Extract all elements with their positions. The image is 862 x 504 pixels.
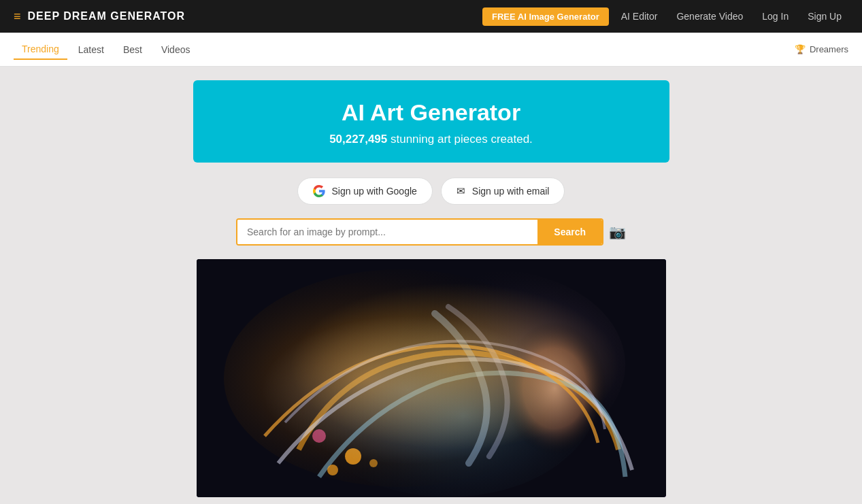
hero-subtitle: 50,227,495 stunning art pieces created.: [207, 133, 656, 146]
hero-art-image: [197, 259, 666, 497]
ai-editor-link[interactable]: AI Editor: [614, 7, 665, 26]
center-area: AI Art Generator 50,227,495 stunning art…: [0, 67, 862, 497]
menu-icon: ≡: [14, 10, 21, 24]
logo-text: DEEP DREAM GENERATOR: [28, 10, 186, 22]
google-icon: [313, 185, 325, 197]
trophy-icon: 🏆: [795, 44, 806, 54]
signup-google-button[interactable]: Sign up with Google: [297, 178, 433, 205]
dreamers-section: 🏆 Dreamers: [795, 44, 848, 54]
sign-up-link[interactable]: Sign Up: [801, 7, 848, 26]
hero-title: AI Art Generator: [207, 99, 656, 126]
subnav: Trending Latest Best Videos 🏆 Dreamers: [0, 33, 862, 67]
tab-videos[interactable]: Videos: [153, 40, 199, 59]
svg-point-3: [299, 293, 598, 497]
search-input[interactable]: [237, 220, 537, 244]
hero-image-container: [197, 259, 666, 497]
hero-art-svg: [197, 259, 666, 497]
free-generator-button[interactable]: FREE AI Image Generator: [482, 7, 609, 26]
log-in-link[interactable]: Log In: [755, 7, 795, 26]
email-icon: ✉: [457, 185, 465, 197]
page-content: AI Art Generator 50,227,495 stunning art…: [0, 67, 862, 504]
hero-image-wrapper: [197, 259, 666, 497]
generate-video-link[interactable]: Generate Video: [669, 7, 750, 26]
art-count: 50,227,495: [329, 133, 387, 146]
search-box: Search: [236, 218, 603, 246]
hero-subtitle-text: stunning art pieces created.: [387, 133, 533, 146]
svg-point-1: [224, 269, 578, 487]
tab-trending[interactable]: Trending: [14, 39, 67, 60]
signup-email-label: Sign up with email: [472, 186, 550, 197]
subnav-links: Trending Latest Best Videos: [14, 39, 198, 60]
navbar-right: FREE AI Image Generator AI Editor Genera…: [482, 7, 848, 26]
svg-point-6: [327, 465, 338, 475]
signup-email-button[interactable]: ✉ Sign up with email: [441, 178, 565, 205]
tab-latest[interactable]: Latest: [70, 40, 112, 59]
signup-google-label: Sign up with Google: [332, 186, 417, 197]
svg-point-4: [462, 293, 612, 484]
navbar-left: ≡ DEEP DREAM GENERATOR: [14, 10, 185, 24]
svg-point-5: [345, 448, 361, 465]
navbar: ≡ DEEP DREAM GENERATOR FREE AI Image Gen…: [0, 0, 862, 33]
svg-point-8: [312, 429, 326, 443]
svg-point-2: [353, 269, 625, 460]
camera-search-button[interactable]: 📷: [609, 224, 626, 240]
hero-banner: AI Art Generator 50,227,495 stunning art…: [193, 80, 669, 163]
search-button[interactable]: Search: [537, 220, 602, 244]
camera-icon: 📷: [609, 224, 626, 240]
signup-area: Sign up with Google ✉ Sign up with email: [297, 178, 565, 205]
tab-best[interactable]: Best: [115, 40, 150, 59]
svg-point-7: [369, 459, 378, 467]
svg-rect-0: [197, 259, 666, 497]
search-area: Search 📷: [236, 218, 626, 246]
dreamers-label: Dreamers: [810, 44, 848, 54]
